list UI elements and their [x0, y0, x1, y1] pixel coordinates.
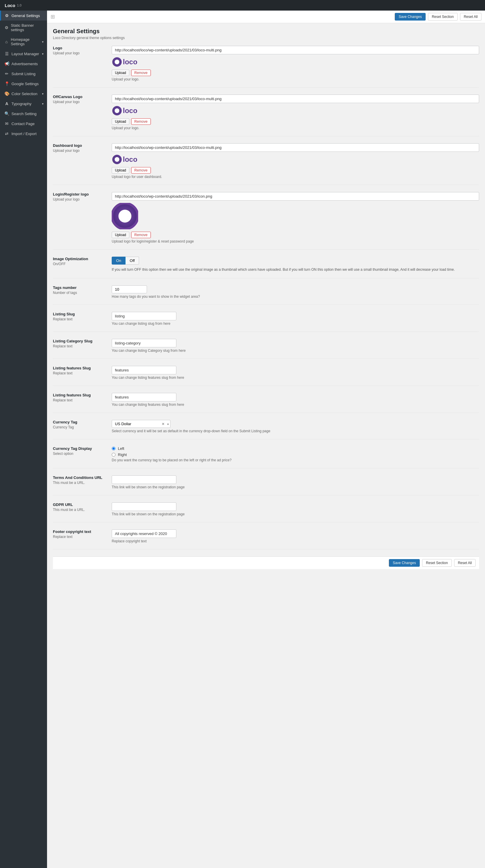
svg-point-7	[115, 157, 119, 162]
dashboard-upload-button[interactable]: Upload	[112, 167, 129, 174]
save-changes-button[interactable]: Save Changes	[395, 13, 426, 21]
imgopt-label-title: Image Optimization	[53, 257, 106, 261]
currency-display-left-label: Left	[118, 446, 124, 451]
currency-display-control: Left Right Do you want the currency tag …	[112, 446, 479, 462]
tags-label-group: Tags number Number of tags	[53, 285, 112, 295]
grid-icon: ⊞	[51, 14, 55, 20]
dashboard-logo-setting-row: Dashboard logo Upload your logo loco Upl…	[53, 143, 479, 185]
edit-icon: ✏	[4, 71, 9, 76]
logo-preview: loco	[112, 57, 479, 67]
listing-slug-setting-row: Listing Slug Replace text You can change…	[53, 312, 479, 332]
reset-section-button[interactable]: Reset Section	[428, 13, 458, 21]
offcanvas-remove-button[interactable]: Remove	[131, 118, 151, 125]
page-subtitle: Loco Directory general theme options set…	[53, 36, 479, 40]
listing-feat-slug-2-hint: You can change listing features slug fro…	[112, 403, 479, 407]
footer-copyright-input[interactable]	[112, 529, 176, 538]
sidebar-item-label: Contact Page	[11, 122, 35, 126]
dashboard-btn-row: Upload Remove	[112, 167, 479, 174]
logo-hint: Upload your logo.	[112, 77, 479, 81]
listing-category-slug-input[interactable]	[112, 339, 176, 347]
currency-display-left-option[interactable]: Left	[112, 446, 479, 451]
listing-slug-hint: You can change listing slug from here	[112, 321, 479, 326]
currency-display-right-radio[interactable]	[112, 453, 116, 457]
login-url-input[interactable]	[112, 192, 479, 200]
listing-features-slug-1-input[interactable]	[112, 366, 176, 374]
offcanvas-upload-button[interactable]: Upload	[112, 118, 129, 125]
footer-copyright-label-group: Footer copyright text Replace text	[53, 529, 112, 539]
listing-feat-slug-1-label-group: Listing features Slug Replace text	[53, 366, 112, 375]
logo-remove-button[interactable]: Remove	[131, 70, 151, 76]
listing-feat-slug-2-label-desc: Replace text	[53, 398, 106, 402]
sidebar-item-label: Layout Manager	[11, 52, 39, 56]
offcanvas-logo-image: loco	[112, 105, 138, 116]
terms-url-input[interactable]	[112, 475, 176, 484]
imgopt-off-button[interactable]: Off	[125, 257, 139, 265]
sidebar-item-contact-page[interactable]: ✉ Contact Page	[0, 119, 47, 129]
imgopt-on-button[interactable]: On	[112, 257, 125, 265]
sidebar-item-advertisements[interactable]: 📢 Advertisements	[0, 59, 47, 69]
listing-features-slug-2-input[interactable]	[112, 393, 176, 401]
currency-tag-hint: Select currency and it will be set as de…	[112, 429, 479, 433]
tags-label-desc: Number of tags	[53, 291, 106, 295]
reset-all-button-bottom[interactable]: Reset All	[454, 559, 476, 567]
sidebar-item-general-settings[interactable]: ⚙ General Settings	[0, 10, 47, 21]
currency-display-left-radio[interactable]	[112, 446, 116, 451]
logo-upload-button[interactable]: Upload	[112, 70, 129, 76]
gdpr-url-setting-row: GDPR URL This must be a URL. This link w…	[53, 502, 479, 522]
logo-label-desc: Upload your logo	[53, 51, 106, 55]
sidebar-item-submit-listing[interactable]: ✏ Submit Listing	[0, 69, 47, 79]
login-hint: Upload logo for login/register & reset p…	[112, 239, 479, 243]
search-icon: 🔍	[4, 111, 9, 116]
offcanvas-label-group: OffCanvas Logo Upload your logo	[53, 95, 112, 104]
terms-url-label-group: Terms And Conditions URL This must be a …	[53, 475, 112, 485]
currency-display-label-group: Currency Tag Display Select option	[53, 446, 112, 456]
svg-text:loco: loco	[123, 155, 137, 163]
gear-icon-2: ⚙	[4, 25, 8, 30]
save-changes-button-bottom[interactable]: Save Changes	[389, 559, 420, 567]
sidebar-item-layout-manager[interactable]: ☰ Layout Manager ▾	[0, 49, 47, 59]
logo-label-group: Logo Upload your logo	[53, 46, 112, 55]
dashboard-control: loco Upload Remove Upload logo for user …	[112, 143, 479, 179]
currency-display-right-option[interactable]: Right	[112, 453, 479, 457]
offcanvas-label-desc: Upload your logo	[53, 100, 106, 104]
logo-control: loco Upload Remove Upload your logo.	[112, 46, 479, 81]
listing-slug-label-group: Listing Slug Replace text	[53, 312, 112, 321]
sidebar-item-label: Homepage Settings	[11, 37, 40, 46]
sidebar-item-static-banner[interactable]: ⚙ Static Banner settings	[0, 21, 47, 35]
sidebar-item-typography[interactable]: A Typography ▾	[0, 99, 47, 108]
login-label-desc: Upload your logo	[53, 197, 106, 202]
login-btn-row: Upload Remove	[112, 232, 479, 238]
dashboard-label-group: Dashboard logo Upload your logo	[53, 143, 112, 153]
select-clear-icon[interactable]: ✕	[162, 422, 165, 426]
login-upload-button[interactable]: Upload	[112, 232, 129, 238]
dashboard-remove-button[interactable]: Remove	[131, 167, 151, 174]
sidebar-item-import-export[interactable]: ⇄ Import / Export	[0, 129, 47, 138]
listing-feat-slug-1-hint: You can change listing features slug fro…	[112, 376, 479, 380]
offcanvas-url-input[interactable]	[112, 95, 479, 103]
logo-label-title: Logo	[53, 46, 106, 50]
footer-copyright-control: Replace copyright text	[112, 529, 479, 543]
dashboard-url-input[interactable]	[112, 143, 479, 152]
tags-number-input[interactable]	[112, 285, 147, 293]
reset-section-button-bottom[interactable]: Reset Section	[422, 559, 452, 567]
sidebar-item-label: Submit Listing	[11, 72, 35, 76]
listing-feat-slug-1-control: You can change listing features slug fro…	[112, 366, 479, 380]
gdpr-url-input[interactable]	[112, 502, 176, 511]
sidebar-item-label: Import / Export	[11, 131, 36, 136]
login-remove-button[interactable]: Remove	[131, 232, 151, 238]
listing-slug-input[interactable]	[112, 312, 176, 320]
sidebar-item-homepage-settings[interactable]: ⌂ Homepage Settings ▾	[0, 35, 47, 49]
dashboard-logo-image: loco	[112, 154, 138, 165]
chevron-down-icon-2: ▾	[42, 52, 44, 56]
currency-display-hint: Do you want the currency tag to be place…	[112, 458, 479, 462]
sidebar-item-search-setting[interactable]: 🔍 Search Setting	[0, 108, 47, 119]
currency-display-label-title: Currency Tag Display	[53, 446, 106, 451]
terms-url-label-desc: This must be a URL.	[53, 481, 106, 485]
offcanvas-label-title: OffCanvas Logo	[53, 95, 106, 99]
currency-tag-setting-row: Currency Tag Currency Tag US Dollar Euro…	[53, 420, 479, 439]
chevron-down-icon: ▾	[42, 40, 44, 43]
reset-all-button[interactable]: Reset All	[460, 13, 482, 21]
sidebar-item-color-selection[interactable]: 🎨 Color Selection ▾	[0, 89, 47, 99]
sidebar-item-google-settings[interactable]: 📍 Google Settings	[0, 79, 47, 89]
logo-url-input[interactable]	[112, 46, 479, 54]
